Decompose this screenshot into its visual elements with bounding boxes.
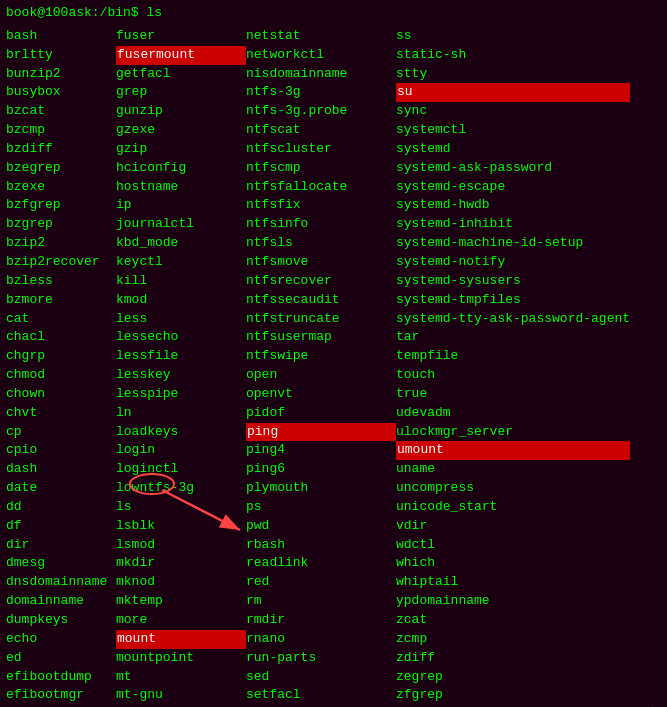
file-item: ntfsfallocate <box>246 178 396 197</box>
file-item: chgrp <box>6 347 116 366</box>
file-item: bzip2recover <box>6 253 116 272</box>
file-item: chown <box>6 385 116 404</box>
file-item: brltty <box>6 46 116 65</box>
file-item: echo <box>6 630 116 649</box>
file-item: systemd <box>396 140 630 159</box>
file-item: uname <box>396 460 630 479</box>
file-item: pidof <box>246 404 396 423</box>
file-item: lesspipe <box>116 385 246 404</box>
file-column-1: bashbrlttybunzip2busyboxbzcatbzcmpbzdiff… <box>6 27 116 707</box>
file-item: plymouth <box>246 479 396 498</box>
file-item: tempfile <box>396 347 630 366</box>
file-item: ping <box>246 423 396 442</box>
file-item: ss <box>396 27 630 46</box>
file-item: tar <box>396 328 630 347</box>
file-item: netstat <box>246 27 396 46</box>
file-item: ypdomainname <box>396 592 630 611</box>
file-item: zcat <box>396 611 630 630</box>
file-item: ntfswipe <box>246 347 396 366</box>
file-item: fusermount <box>116 46 246 65</box>
terminal-window: book@100ask:/bin$ ls bashbrlttybunzip2bu… <box>0 0 667 707</box>
file-item: bzgrep <box>6 215 116 234</box>
file-item: ntfsusermap <box>246 328 396 347</box>
file-item: df <box>6 517 116 536</box>
file-listing: bashbrlttybunzip2busyboxbzcatbzcmpbzdiff… <box>6 27 661 707</box>
file-item: ping6 <box>246 460 396 479</box>
file-item: getfacl <box>116 65 246 84</box>
file-item: systemd-tty-ask-password-agent <box>396 310 630 329</box>
file-item: ntfscluster <box>246 140 396 159</box>
file-item: ntfsfix <box>246 196 396 215</box>
file-item: mt-gnu <box>116 686 246 705</box>
file-item: grep <box>116 83 246 102</box>
file-item: ntfsmove <box>246 253 396 272</box>
file-item: mktemp <box>116 592 246 611</box>
file-item: domainname <box>6 592 116 611</box>
file-item: bzcmp <box>6 121 116 140</box>
file-item: journalctl <box>116 215 246 234</box>
prompt-line: book@100ask:/bin$ ls <box>6 4 661 23</box>
file-item: bunzip2 <box>6 65 116 84</box>
file-item: pwd <box>246 517 396 536</box>
file-item: ping4 <box>246 441 396 460</box>
file-item: ntfs-3g.probe <box>246 102 396 121</box>
file-item: dmesg <box>6 554 116 573</box>
file-item: less <box>116 310 246 329</box>
file-item: udevadm <box>396 404 630 423</box>
file-item: chvt <box>6 404 116 423</box>
file-item: lesskey <box>116 366 246 385</box>
file-item: setfacl <box>246 686 396 705</box>
file-column-3: netstatnetworkctlnisdomainnamentfs-3gntf… <box>246 27 396 707</box>
file-item: ls <box>116 498 246 517</box>
file-item: mkdir <box>116 554 246 573</box>
file-item: ntfssecaudit <box>246 291 396 310</box>
file-item: readlink <box>246 554 396 573</box>
file-item: ntfscmp <box>246 159 396 178</box>
file-item: openvt <box>246 385 396 404</box>
file-item: vdir <box>396 517 630 536</box>
file-item: rm <box>246 592 396 611</box>
file-item: which <box>396 554 630 573</box>
file-item: busybox <box>6 83 116 102</box>
file-item: bzcat <box>6 102 116 121</box>
file-item: run-parts <box>246 649 396 668</box>
file-item: gunzip <box>116 102 246 121</box>
file-item: whiptail <box>396 573 630 592</box>
file-item: zdiff <box>396 649 630 668</box>
file-item: lsmod <box>116 536 246 555</box>
file-item: chmod <box>6 366 116 385</box>
file-item: bzexe <box>6 178 116 197</box>
file-item: zfgrep <box>396 686 630 705</box>
file-item: ntfstruncate <box>246 310 396 329</box>
file-item: systemd-tmpfiles <box>396 291 630 310</box>
file-item: systemd-hwdb <box>396 196 630 215</box>
file-item: open <box>246 366 396 385</box>
file-item: zegrep <box>396 668 630 687</box>
file-item: kmod <box>116 291 246 310</box>
file-item: ntfsinfo <box>246 215 396 234</box>
file-item: zcmp <box>396 630 630 649</box>
file-item: hostname <box>116 178 246 197</box>
file-item: bzegrep <box>6 159 116 178</box>
file-item: systemd-notify <box>396 253 630 272</box>
file-item: static-sh <box>396 46 630 65</box>
file-item: lessfile <box>116 347 246 366</box>
file-item: mknod <box>116 573 246 592</box>
file-item: keyctl <box>116 253 246 272</box>
file-item: systemd-machine-id-setup <box>396 234 630 253</box>
file-item: cpio <box>6 441 116 460</box>
file-item: fuser <box>116 27 246 46</box>
file-item: stty <box>396 65 630 84</box>
file-item: gzip <box>116 140 246 159</box>
file-item: ntfscat <box>246 121 396 140</box>
file-item: dash <box>6 460 116 479</box>
file-item: systemctl <box>396 121 630 140</box>
file-item: mount <box>116 630 246 649</box>
file-item: efibootdump <box>6 668 116 687</box>
file-item: systemd-ask-password <box>396 159 630 178</box>
file-item: dumpkeys <box>6 611 116 630</box>
file-item: sync <box>396 102 630 121</box>
file-item: bzmore <box>6 291 116 310</box>
file-item: dnsdomainname <box>6 573 116 592</box>
file-item: hciconfig <box>116 159 246 178</box>
